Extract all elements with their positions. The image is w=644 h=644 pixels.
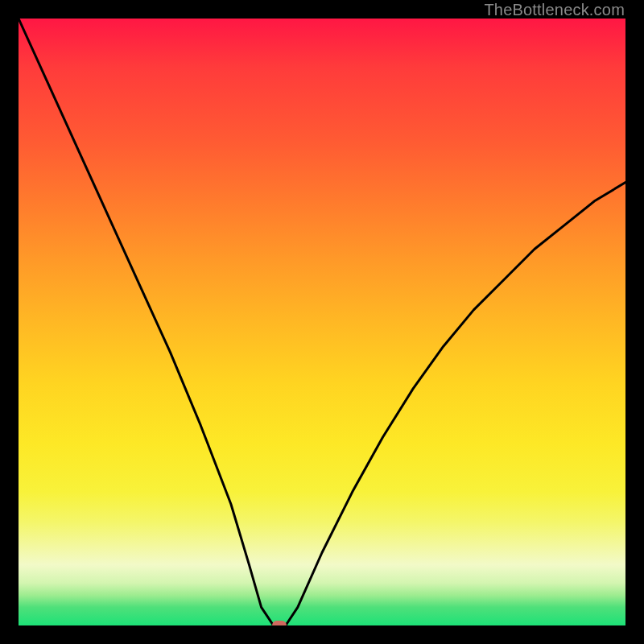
chart-frame: TheBottleneck.com: [0, 0, 644, 644]
plot-area: [19, 19, 625, 625]
bottleneck-curve: [19, 19, 625, 625]
watermark-text: TheBottleneck.com: [484, 1, 625, 19]
optimal-point-marker: [272, 621, 287, 625]
